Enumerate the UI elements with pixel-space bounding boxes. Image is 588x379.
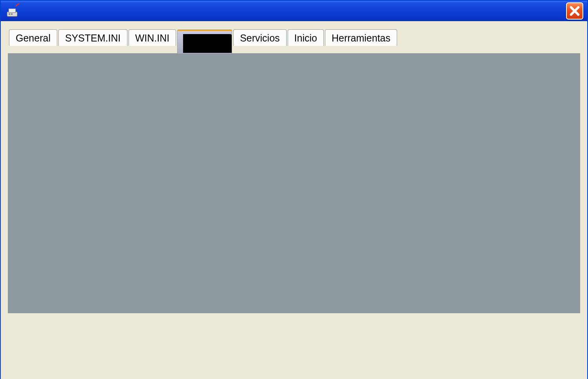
svg-rect-4 [9,13,10,15]
application-window: General SYSTEM.INI WIN.INI Servicios Ini… [0,0,588,379]
tab-general[interactable]: General [9,29,57,46]
tab-container: General SYSTEM.INI WIN.INI Servicios Ini… [8,29,580,313]
svg-rect-1 [9,9,16,13]
svg-rect-5 [11,13,13,15]
client-area: General SYSTEM.INI WIN.INI Servicios Ini… [1,21,587,379]
tab-herramientas[interactable]: Herramientas [325,29,397,46]
tab-label: Servicios [240,32,279,43]
tab-servicios[interactable]: Servicios [233,29,286,46]
svg-line-2 [16,4,18,6]
close-icon [569,5,580,16]
tab-win-ini[interactable]: WIN.INI [129,29,176,46]
tab-active-redacted[interactable] [177,29,232,54]
tab-label: Herramientas [332,32,390,43]
tab-label: Inicio [294,32,317,43]
svg-point-3 [18,3,19,5]
close-button[interactable] [566,2,583,20]
tab-label: WIN.INI [135,32,170,43]
titlebar[interactable] [1,1,587,21]
titlebar-left [5,3,24,19]
msconfig-icon [5,3,20,19]
below-area [8,313,580,379]
tab-label: SYSTEM.INI [65,32,121,43]
tab-system-ini[interactable]: SYSTEM.INI [58,29,127,46]
tab-row: General SYSTEM.INI WIN.INI Servicios Ini… [8,29,580,53]
tab-label: General [16,32,51,43]
tab-inicio[interactable]: Inicio [288,29,324,46]
tab-content-panel [8,53,580,313]
redaction-overlay [183,34,232,53]
